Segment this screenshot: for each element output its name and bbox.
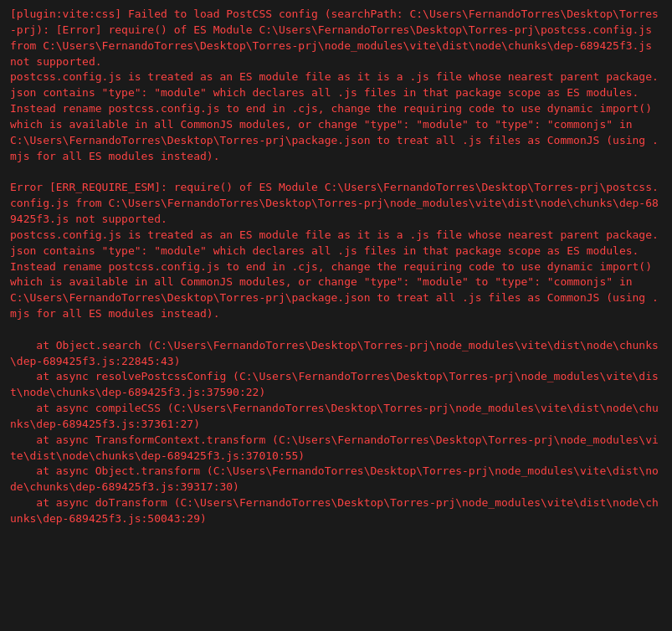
error-output: [plugin:vite:css] Failed to load PostCSS… bbox=[10, 7, 662, 527]
terminal-window: [plugin:vite:css] Failed to load PostCSS… bbox=[0, 0, 672, 631]
